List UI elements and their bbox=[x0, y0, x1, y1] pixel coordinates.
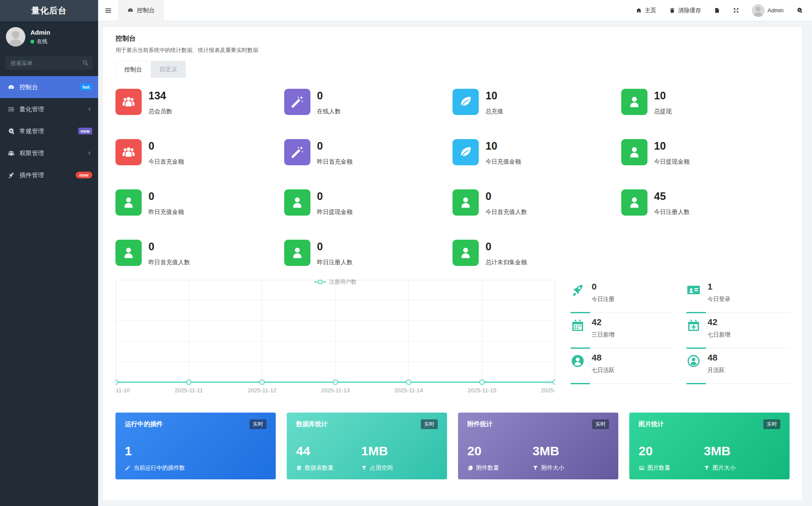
stat-card: 0今日首充金额 bbox=[115, 139, 284, 166]
user-icon bbox=[621, 89, 647, 115]
chevron-left-icon bbox=[87, 107, 92, 112]
topbar-user[interactable]: Admin bbox=[752, 4, 784, 17]
panel-attachment-stats: 附件统计实时 20附件数量 3MB附件大小 bbox=[458, 413, 618, 479]
mini-stat-month-active: 48月活跃 bbox=[686, 348, 790, 384]
magic-wand-icon bbox=[284, 89, 310, 115]
trash-icon bbox=[669, 7, 675, 14]
gears-icon bbox=[796, 7, 803, 14]
list-icon bbox=[8, 106, 15, 113]
svg-text:2025-11-11: 2025-11-11 bbox=[175, 387, 203, 394]
new-badge: new bbox=[78, 128, 92, 134]
users-icon bbox=[115, 89, 142, 115]
settings-button[interactable] bbox=[796, 7, 803, 14]
sidebar-toggle-button[interactable] bbox=[98, 0, 118, 21]
docs-button[interactable] bbox=[714, 7, 720, 14]
user-icon bbox=[115, 189, 142, 216]
home-icon bbox=[636, 7, 642, 14]
svg-text:2025-11-13: 2025-11-13 bbox=[321, 387, 350, 394]
gears-icon bbox=[8, 128, 15, 135]
user-panel: Admin 在线 bbox=[0, 21, 98, 53]
users-icon bbox=[8, 150, 15, 157]
page-title: 控制台 bbox=[115, 34, 790, 43]
menu-search-input[interactable] bbox=[5, 56, 93, 70]
sidebar-item-quant[interactable]: 量化管理 bbox=[0, 98, 98, 120]
stat-card-total-members: 134总会员数 bbox=[115, 89, 284, 115]
chevron-left-icon bbox=[87, 150, 92, 156]
stat-card: 0昨日注册人数 bbox=[284, 240, 453, 266]
user-circle-outline-icon bbox=[686, 354, 701, 368]
tab-console[interactable]: 控制台 bbox=[115, 61, 151, 78]
tachometer-icon bbox=[127, 7, 134, 14]
mini-stat-today-login: 1今日登录 bbox=[686, 277, 790, 313]
leaf-icon bbox=[453, 89, 479, 115]
rocket-icon bbox=[8, 172, 15, 179]
id-card-icon bbox=[686, 283, 701, 297]
users-icon bbox=[115, 139, 142, 165]
chart-legend[interactable]: 注册用户数 bbox=[115, 278, 555, 286]
leaf-icon bbox=[453, 139, 479, 165]
rocket-icon bbox=[571, 283, 585, 297]
expand-icon bbox=[733, 7, 739, 14]
app-logo: 量化后台 bbox=[0, 0, 98, 21]
funnel-icon bbox=[704, 465, 710, 471]
mini-stat-7day-active: 48七日活跃 bbox=[571, 348, 674, 384]
stat-card: 0昨日充值金额 bbox=[115, 189, 284, 216]
svg-text:2025-11-12: 2025-11-12 bbox=[248, 387, 277, 394]
svg-text:2025-11-14: 2025-11-14 bbox=[394, 387, 423, 394]
image-icon bbox=[639, 465, 645, 471]
stat-card: 0今日首充值人数 bbox=[453, 189, 621, 216]
avatar[interactable] bbox=[6, 27, 25, 46]
search-icon bbox=[82, 60, 89, 66]
legend-marker-icon bbox=[314, 279, 326, 284]
line-chart-canvas: 2025-11-102025-11-112025-11-122025-11-13… bbox=[115, 277, 555, 397]
dashboard-panel: 控制台 用于展示当前系统中的统计数据、统计报表及重要实时数据 控制台 自定义 1… bbox=[102, 26, 803, 501]
topbar: 控制台 主页 清除缓存 Admin bbox=[98, 0, 812, 21]
user-icon bbox=[284, 189, 310, 216]
sidebar-item-console[interactable]: 控制台 hot bbox=[0, 76, 98, 98]
panel-image-stats: 图片统计实时 20图片数量 3MB图片大小 bbox=[629, 413, 790, 479]
app-root: 量化后台 Admin 在线 控制台 hot 量化管理 bbox=[0, 0, 812, 506]
online-dot-icon bbox=[30, 40, 34, 44]
page-subtitle: 用于展示当前系统中的统计数据、统计报表及重要实时数据 bbox=[115, 46, 790, 54]
stat-card-online: 0在线人数 bbox=[284, 89, 453, 115]
home-link[interactable]: 主页 bbox=[636, 7, 656, 14]
realtime-badge: 实时 bbox=[250, 419, 266, 429]
mini-stat-3day-new: 42三日新增 bbox=[571, 313, 674, 348]
new-badge: new bbox=[76, 172, 92, 178]
user-icon bbox=[621, 189, 647, 216]
user-icon bbox=[453, 189, 479, 216]
stat-card-total-withdraw: 10总提现 bbox=[621, 89, 790, 115]
summary-cards: 运行中的插件实时 1当前运行中的插件数 数据库统计实时 44数据表数量 1MB占… bbox=[115, 413, 790, 479]
user-icon bbox=[115, 240, 142, 266]
user-icon bbox=[453, 240, 479, 266]
bars-icon bbox=[104, 7, 112, 14]
sidebar-item-general[interactable]: 常规管理 new bbox=[0, 120, 98, 142]
user-name: Admin bbox=[30, 29, 50, 36]
clear-cache-button[interactable]: 清除缓存 bbox=[669, 7, 701, 14]
calendar-plus-icon bbox=[686, 318, 701, 333]
sidebar: 量化后台 Admin 在线 控制台 hot 量化管理 bbox=[0, 0, 98, 506]
stat-card: 0昨日提现金额 bbox=[284, 189, 453, 216]
tab-custom[interactable]: 自定义 bbox=[151, 61, 186, 78]
sidebar-item-auth[interactable]: 权限管理 bbox=[0, 142, 98, 164]
realtime-badge: 实时 bbox=[421, 419, 438, 429]
stat-card: 10今日提现金额 bbox=[621, 139, 790, 166]
user-icon bbox=[284, 240, 310, 266]
svg-text:2025-11-16: 2025-11-16 bbox=[541, 387, 555, 394]
funnel-icon bbox=[532, 465, 538, 471]
copy-icon bbox=[467, 465, 473, 471]
stat-card: 45今日注册人数 bbox=[621, 189, 790, 216]
sidebar-item-addon[interactable]: 插件管理 new bbox=[0, 164, 98, 186]
magic-wand-icon bbox=[125, 465, 131, 471]
avatar bbox=[752, 4, 765, 17]
topbar-tab-console[interactable]: 控制台 bbox=[118, 0, 164, 21]
stats-grid: 134总会员数 0在线人数 10总充值 10总提现 0今日首充金额 0昨日首充金… bbox=[115, 89, 790, 266]
mini-stat-today-register: 0今日注册 bbox=[571, 277, 674, 313]
user-circle-icon bbox=[571, 354, 585, 368]
fullscreen-button[interactable] bbox=[733, 7, 739, 14]
sidebar-menu: 控制台 hot 量化管理 常规管理 new 权限管理 插件管理 ne bbox=[0, 76, 98, 186]
realtime-badge: 实时 bbox=[592, 419, 609, 429]
mini-stat-7day-new: 42七日新增 bbox=[686, 313, 790, 348]
docs-icon bbox=[714, 7, 720, 14]
user-icon bbox=[621, 139, 647, 165]
